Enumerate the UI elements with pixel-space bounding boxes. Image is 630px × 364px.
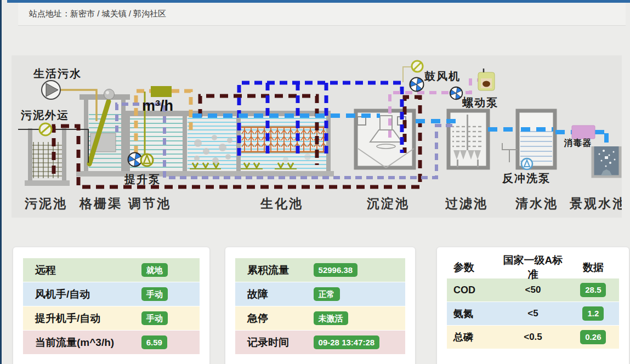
fan-mode-badge[interactable]: 手动	[141, 287, 168, 301]
tank-label-filter: 过滤池	[445, 196, 488, 211]
lift-pump-icon	[141, 154, 153, 166]
tank-label-biochemical: 生化池	[260, 196, 303, 211]
backwash-pump-label: 反冲洗泵	[502, 172, 550, 184]
nh3n-value-badge: 1.2	[582, 306, 604, 320]
cod-value-badge: 28.5	[580, 283, 606, 297]
param-name: COD	[447, 285, 498, 296]
quality-row-nh3n: 氨氮 <5 1.2	[447, 302, 619, 325]
rake-motor-sphere	[104, 89, 115, 100]
sludge-out-label: 污泥外运	[20, 109, 69, 121]
row-total-flow: 累积流量 52996.38	[235, 258, 405, 282]
biofilm-carriers	[241, 127, 326, 152]
sludge-valve-icon	[39, 123, 52, 135]
row-fault: 故障 正常	[235, 282, 405, 306]
dosing-tank-icon	[478, 69, 495, 90]
tp-value-badge: 0.26	[580, 330, 606, 344]
water-quality-card: 参数 国家一级A标准 数据 COD <50 28.5 氨氮 <5 1.2 总磷 …	[436, 247, 629, 364]
disinfector-label: 消毒器	[564, 138, 592, 147]
estop-status-badge: 未激活	[314, 311, 348, 325]
remote-mode-badge[interactable]: 就地	[141, 263, 168, 277]
flow-unit-label: m³/h	[142, 98, 173, 114]
row-label: 当前流量(m^3/h)	[23, 335, 141, 350]
landscape-pool	[593, 146, 620, 177]
grid-channel-tank	[76, 89, 133, 177]
row-label: 故障	[235, 287, 314, 302]
lift-pump-label: 提升泵	[124, 173, 161, 185]
tank-label-landscape: 景观水池	[569, 196, 622, 211]
lift-mode-badge[interactable]: 手动	[141, 311, 168, 325]
row-label: 急停	[235, 311, 314, 326]
row-fan-mode: 风机手/自动 手动	[23, 282, 200, 306]
param-name: 氨氮	[447, 307, 498, 320]
blower-label: 鼓风机	[424, 70, 461, 82]
quality-table-header: 参数 国家一级A标准 数据	[447, 258, 619, 277]
tank-label-sedimentation: 沉淀池	[366, 196, 410, 211]
sludge-tank	[25, 128, 70, 186]
inflow-label: 生活污水	[33, 67, 82, 79]
tank-label-grid: 格栅渠	[79, 196, 122, 211]
col-param-header: 参数	[447, 260, 498, 275]
row-label: 记录时间	[235, 335, 314, 350]
param-standard: <50	[498, 285, 567, 295]
row-label: 累积流量	[235, 263, 314, 277]
flow-meter	[151, 86, 172, 97]
blower-valve-icon	[412, 61, 423, 72]
quality-row-tp: 总磷 <0.5 0.26	[447, 326, 619, 349]
row-estop: 急停 未激活	[235, 306, 405, 330]
site-address-bar: 站点地址：新密市 / 城关镇 / 郭沟社区	[18, 3, 626, 26]
record-time-badge: 09-28 13:47:28	[314, 335, 380, 349]
row-lift-mode: 提升机手/自动 手动	[23, 306, 200, 330]
row-record-time: 记录时间 09-28 13:47:28	[235, 331, 405, 354]
inflow-pump-icon	[42, 81, 60, 99]
param-standard: <5	[498, 308, 567, 319]
row-remote: 远程 就地	[23, 258, 200, 282]
fault-status-badge: 正常	[314, 287, 340, 301]
dosing-fan-pump-icon	[449, 87, 463, 100]
site-address-label: 站点地址：新密市 / 城关镇 / 郭沟社区	[29, 9, 166, 18]
disinfector-box	[572, 126, 595, 139]
col-standard-header: 国家一级A标准	[498, 253, 567, 282]
blower-icon	[408, 78, 423, 93]
control-panel-card: 远程 就地 风机手/自动 手动 提升机手/自动 手动 当前流量(m^3/h) 6…	[13, 247, 210, 364]
status-panel-card: 累积流量 52996.38 故障 正常 急停 未激活 记录时间 09-28 13…	[225, 247, 416, 364]
total-flow-badge: 52996.38	[314, 263, 358, 277]
row-label: 风机手/自动	[23, 287, 141, 302]
tank-labels: 污泥池 格栅渠 调节池 生化池 沉淀池 过滤池 清水池 景观水池	[24, 196, 622, 211]
col-data-header: 数据	[567, 260, 619, 275]
row-label: 提升机手/自动	[23, 311, 141, 326]
biochemical-tank	[179, 111, 334, 177]
param-standard: <0.5	[498, 332, 567, 343]
scada-page: 站点地址：新密市 / 城关镇 / 郭沟社区	[0, 0, 630, 364]
row-current-flow: 当前流量(m^3/h) 6.59	[23, 331, 200, 354]
status-cards: 远程 就地 风机手/自动 手动 提升机手/自动 手动 当前流量(m^3/h) 6…	[2, 247, 630, 364]
tank-label-sludge: 污泥池	[24, 196, 67, 211]
backwash-pump-icon	[521, 158, 532, 169]
dosing-pump-label: 螺动泵	[462, 96, 498, 109]
quality-row-cod: COD <50 28.5	[447, 278, 619, 302]
row-label: 远程	[23, 263, 141, 277]
process-flow-diagram: 生活污水 污泥外运 m³/h 提升泵 鼓风机 螺动泵 反冲洗泵 消毒器 污泥池 …	[12, 55, 622, 218]
param-name: 总磷	[447, 331, 498, 344]
tank-label-clean: 清水池	[515, 196, 558, 211]
current-flow-badge: 6.59	[141, 335, 167, 349]
tank-label-regulating: 调节池	[128, 196, 171, 211]
